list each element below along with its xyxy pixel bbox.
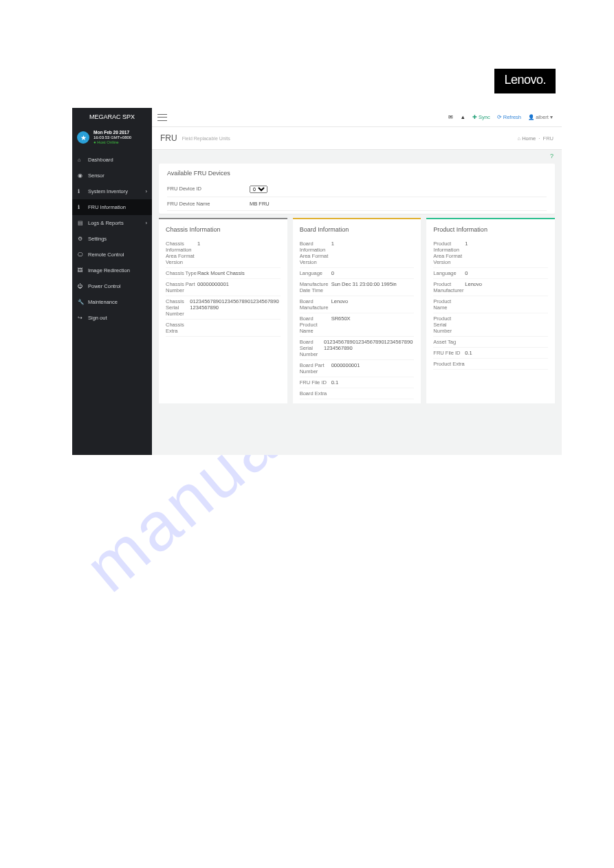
fru-device-id-select[interactable]: 0 (250, 186, 267, 193)
info-row: Chassis Serial Number0123456789012345678… (166, 296, 281, 320)
wrench-icon: 🔧 (78, 299, 85, 305)
info-key: Board Product Name (300, 315, 331, 334)
info-key: FRU File ID (433, 350, 465, 356)
info-key: Language (433, 270, 465, 276)
info-columns: Chassis Information Chassis Information … (159, 218, 555, 403)
sidebar-item-label: System Inventory (88, 188, 128, 194)
sidebar-item-image-redirection[interactable]: 🖼Image Redirection (72, 263, 152, 278)
sync-button[interactable]: ✚ Sync (472, 114, 490, 120)
board-heading: Board Information (300, 226, 415, 233)
info-key: Chassis Information Area Format Version (166, 241, 197, 265)
sidebar-item-fru-information[interactable]: ℹFRU Information (72, 199, 152, 215)
sidebar-item-label: Image Redirection (88, 267, 130, 274)
fru-device-name-value: MB FRU (250, 201, 270, 207)
info-key: Board Serial Number (300, 339, 324, 357)
chassis-info-panel: Chassis Information Chassis Information … (159, 218, 287, 403)
sidebar-item-maintenance[interactable]: 🔧Maintenance (72, 294, 152, 310)
chevron-right-icon: › (146, 220, 148, 226)
info-row: Language0 (433, 268, 548, 279)
alert-icon[interactable]: ▲ (460, 114, 465, 120)
help-icon[interactable]: ? (152, 150, 562, 159)
avatar-icon: ★ (77, 131, 89, 144)
sidebar-item-power-control[interactable]: ⏻Power Control (72, 278, 152, 294)
sidebar-item-label: Sensor (88, 173, 105, 179)
lenovo-logo: Lenovo. (494, 69, 556, 93)
info-row: Chassis Part Number00000000001 (166, 279, 281, 296)
info-row: Asset Tag (433, 337, 548, 348)
sidebar-item-sensor[interactable]: ◉Sensor (72, 168, 152, 183)
info-value: 0.1 (331, 379, 338, 386)
date-line1: Mon Feb 20 2017 (94, 130, 131, 135)
info-row: Language0 (300, 268, 415, 279)
user-menu[interactable]: 👤 albert ▾ (528, 114, 553, 120)
sidebar-item-logs-reports[interactable]: ▤Logs & Reports› (72, 215, 152, 231)
info-key: Product Extra (433, 361, 465, 367)
info-icon: ℹ (78, 204, 85, 210)
sidebar-item-sign-out[interactable]: ↪Sign out (72, 310, 152, 326)
sidebar-item-label: Logs & Reports (88, 220, 124, 226)
gauge-icon: ◉ (78, 173, 85, 179)
chart-icon: ▤ (78, 220, 85, 226)
menu-toggle-icon[interactable] (157, 114, 167, 121)
breadcrumb-home[interactable]: Home (522, 135, 536, 142)
product-heading: Product Information (433, 226, 548, 233)
info-key: Language (300, 270, 331, 276)
info-key: Product Information Area Format Version (433, 241, 465, 265)
info-value: 0 (465, 270, 468, 276)
info-key: Board Information Area Format Version (300, 241, 331, 265)
info-key: Chassis Serial Number (166, 298, 190, 317)
host-status: Host Online (94, 140, 131, 145)
info-row: FRU File ID0.1 (433, 348, 548, 359)
sidebar-item-dashboard[interactable]: ⌂Dashboard (72, 152, 152, 168)
home-icon: ⌂ (78, 157, 85, 163)
info-row: Board Part Number0000000001 (300, 360, 415, 377)
sidebar: MEGARAC SPX ★ Mon Feb 20 2017 16:03:53 G… (72, 108, 152, 455)
info-value: SR650X (331, 315, 351, 334)
info-key: FRU File ID (300, 379, 331, 386)
refresh-button[interactable]: ⟳ Refresh (497, 114, 521, 120)
sidebar-item-remote-control[interactable]: 🖵Remote Control (72, 247, 152, 263)
page-subtitle: Field Replacable Units (182, 136, 230, 141)
app-title: MEGARAC SPX (72, 108, 152, 126)
info-key: Board Part Number (300, 362, 331, 375)
monitor-icon: 🖵 (78, 252, 85, 258)
info-value: 1 (465, 241, 468, 265)
info-row: FRU File ID0.1 (300, 377, 415, 388)
available-fru-heading: Available FRU Devices (167, 170, 547, 177)
info-row: Product Information Area Format Version1 (433, 238, 548, 268)
info-key: Board Manufacture (300, 298, 331, 311)
sidebar-item-label: Settings (88, 236, 107, 242)
info-key: Chassis Type (166, 270, 197, 276)
info-icon: ℹ (78, 188, 85, 194)
info-row: Product Serial Number (433, 313, 548, 337)
info-row: Board Information Area Format Version1 (300, 238, 415, 268)
mail-icon[interactable]: ✉ (448, 114, 453, 120)
info-value: Sun Dec 31 23:00:00 1995in (331, 281, 397, 293)
sidebar-item-system-inventory[interactable]: ℹSystem Inventory› (72, 183, 152, 199)
info-row: Board Extra (300, 388, 415, 399)
info-value: Lenovo (465, 281, 482, 293)
sidebar-item-label: Sign out (88, 315, 107, 321)
info-row: Product ManufacturerLenovo (433, 279, 548, 296)
info-row: Product Extra (433, 359, 548, 370)
info-key: Board Extra (300, 390, 331, 397)
chassis-heading: Chassis Information (166, 226, 281, 233)
info-row: Board Serial Number012345678901234567890… (300, 337, 415, 360)
info-value: Lenovo (331, 298, 349, 311)
main-panel: ✉ ▲ ✚ Sync ⟳ Refresh 👤 albert ▾ FRU Fiel… (152, 108, 562, 455)
info-value: Rack Mount Chassis (197, 270, 245, 276)
sidebar-menu: ⌂Dashboard◉SensorℹSystem Inventory›ℹFRU … (72, 152, 152, 326)
sidebar-item-label: FRU Information (88, 204, 126, 210)
sidebar-item-label: Remote Control (88, 252, 124, 258)
sidebar-item-settings[interactable]: ⚙Settings (72, 231, 152, 247)
info-row: Board Product NameSR650X (300, 313, 415, 337)
home-icon[interactable]: ⌂ (518, 135, 521, 142)
app-screenshot: MEGARAC SPX ★ Mon Feb 20 2017 16:03:53 G… (72, 108, 562, 455)
info-value: 0000000001 (331, 362, 360, 375)
info-row: Chassis Information Area Format Version1 (166, 238, 281, 268)
info-key: Product Name (433, 298, 465, 311)
gear-icon: ⚙ (78, 236, 85, 242)
info-row: Chassis Extra (166, 320, 281, 337)
info-key: Chassis Part Number (166, 281, 197, 293)
info-key: Product Serial Number (433, 315, 465, 334)
